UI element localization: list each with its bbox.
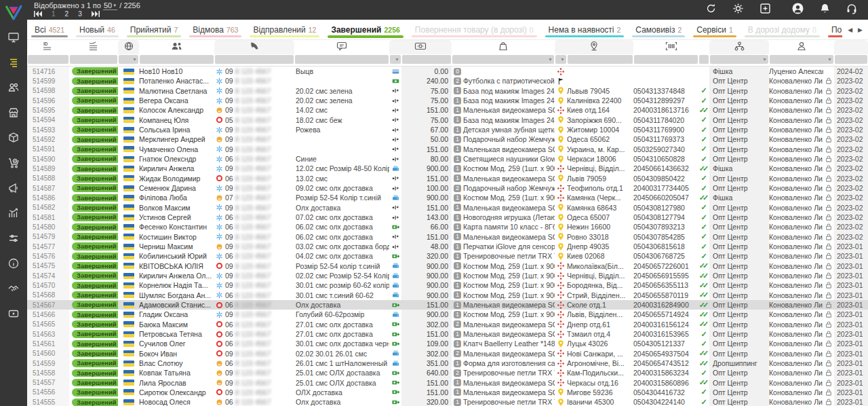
sidebar-item-store[interactable]: [0, 101, 27, 126]
page-1-button[interactable]: 1: [52, 10, 56, 18]
table-row[interactable]: 514556 Завершений Сиротюк Олександр 098 …: [27, 388, 868, 397]
page-2-button[interactable]: 2: [65, 10, 69, 18]
column-header-funnel[interactable]: [709, 40, 769, 54]
sidebar-item-orders[interactable]: [0, 51, 27, 76]
sidebar-item-marketing[interactable]: [0, 177, 27, 202]
page-3-button[interactable]: 3: [78, 10, 82, 18]
column-header-id[interactable]: ID: [27, 40, 69, 54]
add-new-button[interactable]: [758, 3, 772, 17]
table-row[interactable]: 514579 Завершений Костишин Виктор 098 12…: [27, 232, 868, 242]
filter-payment-select[interactable]: ▼: [390, 55, 401, 64]
sidebar-item-partners[interactable]: [0, 277, 27, 302]
column-header-phone[interactable]: [214, 40, 294, 54]
settings-button[interactable]: [731, 3, 745, 17]
per-page-select[interactable]: 50▼: [103, 1, 117, 10]
table-row[interactable]: 514586 Завершений Філіпова Люба 078 123 …: [27, 193, 868, 202]
column-header-tracking[interactable]: [633, 40, 709, 54]
column-header-country[interactable]: [118, 40, 139, 54]
table-row[interactable]: 514588 Завершений Жидак Володимир 068 12…: [27, 174, 868, 183]
support-button[interactable]: [845, 3, 859, 17]
tab-2[interactable]: Новый46: [72, 20, 123, 39]
filter-date-input[interactable]: [835, 55, 867, 64]
table-row[interactable]: 514591 Завершений Чумаченко Олена 098 12…: [27, 145, 868, 154]
table-row[interactable]: 514598 Завершений Малютина Светлана 098 …: [27, 86, 868, 96]
sidebar-item-clients[interactable]: [0, 76, 27, 101]
sidebar-item-products[interactable]: [0, 126, 27, 151]
tab-11[interactable]: В дорозі додому0: [741, 20, 824, 39]
tab-10[interactable]: Сервіси1: [689, 20, 741, 39]
filter-phone-input[interactable]: [215, 55, 294, 64]
table-row[interactable]: 514580 Завершений Фесенко Константин 068…: [27, 222, 868, 232]
sidebar-item-procurement[interactable]: [0, 151, 27, 177]
filter-manager-select[interactable]: ▼: [770, 55, 833, 64]
table-row[interactable]: 514581 Завершений Устинов Сергей 068 123…: [27, 213, 868, 222]
refresh-button[interactable]: [704, 3, 717, 17]
column-header-status[interactable]: [69, 40, 118, 54]
table-row[interactable]: 514563 Завершений Петровська Тетяна 068 …: [27, 329, 868, 339]
table-row[interactable]: 514590 Завершений Гнатюк Олексндр 068 12…: [27, 154, 868, 164]
salesdrive-logo-icon[interactable]: [0, 0, 27, 26]
tab-4[interactable]: Відмова763: [185, 20, 245, 39]
column-header-products[interactable]: [452, 40, 555, 54]
filter-tracking-input[interactable]: [634, 55, 698, 64]
column-header-manager[interactable]: [769, 40, 834, 54]
table-row[interactable]: 514575 Завершений КВІТОВСЬКА ЮЛІЯ 098 12…: [27, 261, 868, 271]
sidebar-item-dashboard[interactable]: [0, 26, 27, 51]
table-row[interactable]: 514599 Завершений Потапенко Анастас... 0…: [27, 76, 868, 86]
table-row[interactable]: 514577 Завершений Черниш Максим 098 123 …: [27, 242, 868, 251]
tab-scroll-left-button[interactable]: ◀: [848, 26, 852, 33]
table-row[interactable]: 514567 Завершений Адамовский Станис... 0…: [27, 300, 868, 310]
table-row[interactable]: 514560 Завершений Бокоч Иван 098 123 456…: [27, 349, 868, 358]
tab-6[interactable]: Завершений2256: [323, 20, 407, 39]
column-header-date[interactable]: [834, 40, 868, 54]
filter-status-input[interactable]: [70, 55, 117, 64]
table-row[interactable]: 514589 Завершений Кирилич Анжела 098 123…: [27, 164, 868, 173]
table-row[interactable]: 514594 Завершений Компанец Юля 058 123 4…: [27, 115, 868, 125]
filter-country-select[interactable]: ▼: [119, 55, 138, 64]
sidebar-item-video[interactable]: [0, 302, 27, 327]
table-row[interactable]: 514568 Завершений Шумляс Богдана Ан... 0…: [27, 291, 868, 300]
profile-button[interactable]: [791, 3, 804, 17]
tab-12[interactable]: Повернення (завершений)125: [824, 20, 842, 39]
filter-comment-input[interactable]: [295, 55, 389, 64]
filter-check-input[interactable]: [699, 55, 709, 64]
tab-7[interactable]: Повернення товару (в дорозі)0: [408, 20, 541, 39]
table-row[interactable]: 514559 Завершений Влас Слотюу 068 123 45…: [27, 358, 868, 368]
tab-1[interactable]: Всі4521: [27, 20, 72, 39]
first-page-button[interactable]: [34, 11, 42, 17]
notifications-button[interactable]: [818, 3, 831, 17]
table-row[interactable]: 514593 Завершений Сольська Ірина 098 123…: [27, 125, 868, 134]
tab-3[interactable]: Прийнятий7: [123, 20, 186, 39]
filter-client-input[interactable]: [140, 55, 214, 64]
filter-id-input[interactable]: [28, 55, 68, 64]
table-row[interactable]: 514561 Завершений Сучилов Олег 068 123 4…: [27, 339, 868, 348]
filter-products-select[interactable]: ▼: [452, 55, 554, 64]
filter-city-input[interactable]: [568, 55, 633, 64]
tab-9[interactable]: Самовивіз2: [628, 20, 689, 39]
table-row[interactable]: 514596 Завершений Вегера Оксана 098 123 …: [27, 96, 868, 105]
table-row[interactable]: 514595 Завершений Колосок Александр 098 …: [27, 105, 868, 115]
last-page-button[interactable]: [92, 11, 100, 17]
sidebar-item-info[interactable]: [0, 252, 27, 277]
column-header-delivery[interactable]: [555, 40, 633, 54]
filter-price-input[interactable]: [402, 55, 451, 64]
table-row[interactable]: 514558 Завершений Ковпак Татьяна 098 123…: [27, 368, 868, 377]
table-row[interactable]: 514576 Завершений Кобилинський Юрий 068 …: [27, 251, 868, 261]
tab-scroll-right-button[interactable]: ▶: [858, 26, 863, 33]
table-row[interactable]: 514555 Завершений Новосад Олеся 068 123 …: [27, 397, 868, 406]
sidebar-item-settings[interactable]: [0, 227, 27, 252]
table-row[interactable]: 514592 Завершений Мерклингер Андрей 098 …: [27, 134, 868, 144]
column-header-client[interactable]: [139, 40, 214, 54]
table-row[interactable]: 514570 Завершений Корнелюк Надія Та... 0…: [27, 280, 868, 290]
table-row[interactable]: 514587 Завершений Семенюк Дарина 098 123…: [27, 183, 868, 193]
tab-8[interactable]: Нема в наявності2: [541, 20, 629, 39]
table-row[interactable]: 514716 Завершений Нов10 Нов10 098 123 45…: [27, 67, 868, 76]
filter-funnel-select[interactable]: ▼: [710, 55, 768, 64]
tab-5[interactable]: Відправлений12: [245, 20, 323, 39]
column-header-payment[interactable]: [389, 40, 452, 54]
table-row[interactable]: 514582 Завершений Волков Максим 098 123 …: [27, 203, 868, 213]
table-row[interactable]: 514565 Завершений Баюка Максим 068 123 4…: [27, 320, 868, 329]
table-row[interactable]: 514574 Завершений Кирилич Анжела Ол... 0…: [27, 271, 868, 280]
filter-delivery-type-select[interactable]: ▼: [555, 55, 566, 64]
column-header-comment[interactable]: [294, 40, 389, 54]
